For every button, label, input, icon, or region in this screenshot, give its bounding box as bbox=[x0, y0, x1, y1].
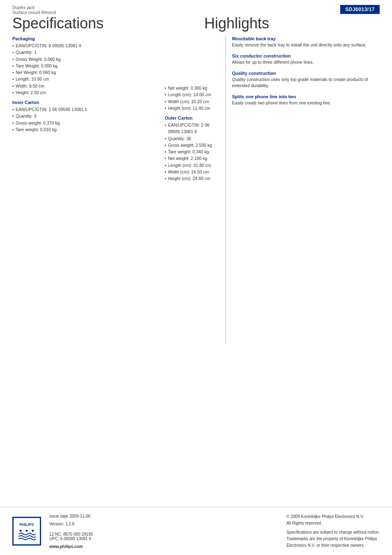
highlight-desc-0: Easily remove the back tray to install t… bbox=[232, 42, 380, 49]
footer-disclaimer-line3: Electronics N.V. or their respective own… bbox=[286, 543, 364, 548]
highlight-title-2: Quality construction bbox=[232, 71, 380, 76]
outer-carton-item: Height (cm): 24.80 cm bbox=[165, 175, 221, 182]
outer-carton-item: Net weight: 2.160 kg bbox=[165, 155, 221, 162]
svg-point-3 bbox=[20, 530, 22, 532]
highlight-title-0: Mountable back tray bbox=[232, 36, 380, 41]
product-line2: Surface mount Almond bbox=[12, 10, 56, 15]
outer-carton-item: EAN/UPC/GTIN: 2 06 09585 13081 8 bbox=[165, 122, 221, 135]
packaging-item: Width: 9.50 cm bbox=[12, 83, 154, 89]
footer-copyright-block: © 2009 Koninklijke Philips Electronics N… bbox=[286, 513, 380, 549]
svg-text:PHILIPS: PHILIPS bbox=[19, 523, 34, 527]
footer-website: www.philips.com bbox=[49, 544, 278, 549]
inner-carton-section: Inner Carton EAN/UPC/GTIN: 1 06 09585 13… bbox=[12, 100, 154, 133]
highlight-title-1: Six conductor construction bbox=[232, 53, 380, 58]
philips-logo: PHILIPS bbox=[12, 517, 41, 546]
specs-column-right: Net weight: 0.360 kg Length (cm): 14.00 … bbox=[161, 36, 225, 345]
highlight-item-0: Mountable back tray Easily remove the ba… bbox=[232, 36, 380, 49]
inner-carton-list: EAN/UPC/GTIN: 1 06 09585 13081 1 Quantit… bbox=[12, 106, 154, 133]
highlight-title-3: Splits one phone line into two bbox=[232, 94, 380, 99]
packaging-item: Tare Weight: 0.000 kg bbox=[12, 62, 154, 69]
outer-carton-item: Quantity: 36 bbox=[165, 135, 221, 142]
inner-carton-continued: Net weight: 0.360 kg Length (cm): 14.00 … bbox=[165, 85, 221, 111]
inner-carton-item: Width (cm): 10.20 cm bbox=[165, 98, 221, 105]
packaging-item: Gross Weight: 0.060 kg bbox=[12, 56, 154, 62]
footer-copyright-line2: All Rights reserved. bbox=[286, 521, 322, 525]
outer-carton-item: Width (cm): 16.50 cm bbox=[165, 169, 221, 175]
packaging-item: Net Weight: 0.060 kg bbox=[12, 69, 154, 76]
svg-point-4 bbox=[26, 530, 28, 532]
inner-carton-header: Inner Carton bbox=[12, 100, 154, 105]
inner-carton-item: Length (cm): 14.00 cm bbox=[165, 91, 221, 98]
specs-column: Packaging EAN/UPC/GTIN: 6 09585 13081 4 … bbox=[12, 36, 161, 345]
highlight-desc-1: Allows for up to three different phone l… bbox=[232, 59, 380, 66]
inner-carton-continued-list: Net weight: 0.360 kg Length (cm): 14.00 … bbox=[165, 85, 221, 111]
inner-carton-item: Net weight: 0.360 kg bbox=[165, 85, 221, 91]
highlights-title: Highlights bbox=[196, 15, 380, 36]
inner-carton-item: Height (cm): 11.40 cm bbox=[165, 105, 221, 111]
inner-carton-item: Gross weight: 0.370 kg bbox=[12, 120, 154, 126]
packaging-list: EAN/UPC/GTIN: 6 09585 13081 4 Quantity: … bbox=[12, 42, 154, 96]
footer-upc: UPC: 6 09585 13081 4 bbox=[49, 536, 278, 541]
product-line1: Duplex jack bbox=[12, 5, 56, 10]
outer-carton-header: Outer Carton bbox=[165, 116, 221, 120]
footer: PHILIPS Issue date 2009-11-06 Version: 1… bbox=[0, 507, 392, 555]
inner-carton-item: Quantity: 6 bbox=[12, 113, 154, 119]
packaging-header: Packaging bbox=[12, 36, 154, 41]
highlight-item-2: Quality construction Quality constructio… bbox=[232, 71, 380, 90]
svg-point-5 bbox=[32, 530, 34, 532]
footer-disclaimer-line2: Trademarks are the property of Koninklij… bbox=[286, 536, 377, 541]
packaging-item: Quantity: 1 bbox=[12, 49, 154, 56]
footer-copyright-line1: © 2009 Koninklijke Philips Electronics N… bbox=[286, 514, 364, 519]
outer-carton-item: Gross weight: 2.500 kg bbox=[165, 142, 221, 148]
highlight-item-1: Six conductor construction Allows for up… bbox=[232, 53, 380, 66]
inner-carton-item: EAN/UPC/GTIN: 1 06 09585 13081 1 bbox=[12, 106, 154, 113]
outer-carton-section: Outer Carton EAN/UPC/GTIN: 2 06 09585 13… bbox=[165, 116, 221, 182]
highlight-desc-2: Quality construction uses only top grade… bbox=[232, 76, 380, 90]
highlight-desc-3: Easily create two phone lines from one e… bbox=[232, 100, 380, 106]
packaging-section: Packaging EAN/UPC/GTIN: 6 09585 13081 4 … bbox=[12, 36, 154, 96]
footer-nc: 12 NC: 8670 000 29195 bbox=[49, 532, 278, 536]
footer-issue-date: Issue date 2009-11-06 bbox=[49, 514, 278, 518]
packaging-item: Length: 10.80 cm bbox=[12, 76, 154, 82]
footer-meta: Issue date 2009-11-06 Version: 1.2.8 12 … bbox=[49, 514, 278, 549]
outer-carton-item: Length (cm): 31.80 cm bbox=[165, 162, 221, 169]
outer-carton-item: Tare weight: 0.340 kg bbox=[165, 148, 221, 155]
highlights-column: Mountable back tray Easily remove the ba… bbox=[226, 36, 380, 345]
footer-disclaimer-line1: Specifications are subject to change wit… bbox=[286, 530, 380, 534]
packaging-item: Height: 2.50 cm bbox=[12, 89, 154, 96]
footer-version: Version: 1.2.8 bbox=[49, 522, 278, 526]
highlight-item-3: Splits one phone line into two Easily cr… bbox=[232, 94, 380, 106]
product-badge: SDJ6013/17 bbox=[340, 5, 380, 14]
page: Duplex jack Surface mount Almond SDJ6013… bbox=[0, 0, 392, 555]
packaging-item: EAN/UPC/GTIN: 6 09585 13081 4 bbox=[12, 42, 154, 49]
inner-carton-item: Tare weight: 0.010 kg bbox=[12, 126, 154, 133]
outer-carton-list: EAN/UPC/GTIN: 2 06 09585 13081 8 Quantit… bbox=[165, 122, 221, 182]
spec-title: Specifications bbox=[12, 15, 196, 36]
